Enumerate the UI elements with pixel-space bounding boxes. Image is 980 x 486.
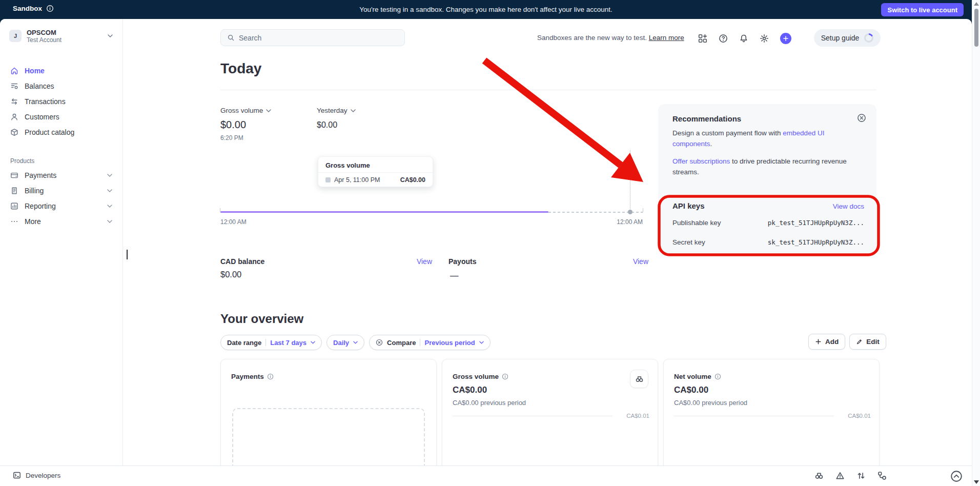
search-input[interactable] (239, 34, 398, 42)
setup-progress-ring (864, 33, 873, 43)
search-icon (227, 34, 235, 42)
edit-overview-button[interactable]: Edit (849, 334, 886, 350)
sidebar-item-label: Balances (25, 82, 54, 90)
product-catalog-icon (10, 128, 18, 136)
add-widget-button[interactable]: Add (808, 334, 845, 350)
inspect-binoculars-button[interactable] (630, 370, 648, 388)
card-value: CA$0.00 (674, 385, 708, 395)
app-surface: J OPSCOM Test Account Home Balances Tran… (0, 19, 972, 486)
cad-balance-label: CAD balance (220, 257, 264, 266)
billing-icon (10, 187, 18, 195)
chart-axis-label-start: 12:00 AM (220, 218, 247, 226)
info-icon[interactable] (46, 5, 54, 12)
card-title: Payments (231, 373, 264, 380)
apps-grid-icon[interactable] (698, 34, 707, 43)
balances-icon (10, 82, 18, 90)
publishable-key-value[interactable]: pk_test_51TJHUpRpUyN3Z... (768, 219, 864, 227)
vertical-scrollbar[interactable] (972, 0, 980, 486)
setup-guide-label: Setup guide (821, 34, 860, 42)
recommendation-item: Offer subscriptions to drive predictable… (672, 156, 857, 177)
yesterday-stat: Yesterday $0.00 (317, 107, 356, 130)
gross-volume-dropdown[interactable]: Gross volume (220, 107, 271, 114)
recommendation-item: Design a custom payment flow with embedd… (672, 128, 848, 149)
sidebar-item-customers[interactable]: Customers (4, 109, 118, 125)
overview-actions: Add Edit (808, 334, 886, 350)
stat-label-text: Gross volume (220, 107, 263, 114)
create-plus-button[interactable] (780, 33, 791, 44)
sidebar-products-nav: Payments Billing Reporting More (4, 168, 118, 229)
learn-more-link[interactable]: Learn more (649, 34, 684, 42)
compare-filter[interactable]: Compare Previous period (369, 335, 491, 350)
sidebar-item-transactions[interactable]: Transactions (4, 94, 118, 109)
developers-toggle[interactable]: Developers (13, 471, 60, 479)
add-button-label: Add (825, 338, 839, 346)
sidebar-item-label: Billing (25, 187, 44, 195)
scrollbar-thumb[interactable] (974, 9, 978, 47)
granularity-filter[interactable]: Daily (326, 335, 364, 350)
cad-balance-view-link[interactable]: View (410, 257, 432, 266)
edit-button-label: Edit (866, 338, 880, 346)
chevron-down-icon (107, 205, 112, 208)
date-range-label: Date range (227, 339, 261, 347)
notifications-bell-icon[interactable] (739, 34, 748, 43)
secret-key-label: Secret key (672, 238, 705, 246)
reporting-icon (10, 202, 18, 210)
collapse-panel-chevron-up-icon[interactable] (950, 470, 963, 482)
payouts-value: — (450, 271, 459, 280)
info-icon[interactable] (714, 373, 721, 380)
scrollbar-down-arrow[interactable] (974, 480, 979, 484)
view-docs-link[interactable]: View docs (833, 202, 864, 210)
sandbox-promo: Sandboxes are the new way to test. Learn… (537, 34, 684, 42)
offer-subscriptions-link[interactable]: Offer subscriptions (672, 157, 730, 165)
api-requests-arrows-icon[interactable] (856, 471, 866, 480)
tooltip-point-label: Apr 5, 11:00 PM (334, 176, 380, 184)
card-comparison: CA$0.00 previous period (453, 399, 526, 407)
chevron-down-icon (351, 109, 356, 112)
date-range-filter[interactable]: Date range Last 7 days (220, 335, 322, 350)
tooltip-point-value: CA$0.00 (400, 176, 425, 184)
settings-gear-icon[interactable] (760, 34, 769, 43)
account-switcher[interactable]: J OPSCOM Test Account (5, 25, 117, 47)
help-icon[interactable] (719, 34, 728, 43)
search-test-data-binoculars-icon[interactable] (814, 471, 824, 480)
yesterday-dropdown[interactable]: Yesterday (317, 107, 356, 114)
recommendations-title: Recommendations (672, 114, 741, 123)
close-icon[interactable] (857, 113, 866, 123)
search-box[interactable] (220, 29, 405, 46)
sidebar-item-label: Customers (25, 113, 59, 121)
info-icon[interactable] (267, 373, 274, 380)
sidebar-item-payments[interactable]: Payments (4, 168, 118, 183)
sidebar-item-product-catalog[interactable]: Product catalog (4, 125, 118, 140)
setup-guide-button[interactable]: Setup guide (814, 29, 881, 47)
account-name: OPSCOM (27, 29, 62, 36)
card-value: CA$0.00 (453, 385, 487, 395)
divider (220, 90, 876, 90)
chevron-down-icon (266, 109, 271, 112)
info-icon[interactable] (502, 373, 508, 380)
sidebar-item-balances[interactable]: Balances (4, 78, 118, 94)
header-icons (698, 33, 791, 44)
switch-to-live-account-button[interactable]: Switch to live account (881, 3, 964, 16)
divider (420, 339, 420, 346)
transactions-icon (10, 97, 18, 106)
errors-warning-icon[interactable] (835, 471, 845, 480)
sidebar-item-label: Home (25, 67, 45, 75)
sidebar-item-reporting[interactable]: Reporting (4, 198, 118, 214)
sidebar-item-more[interactable]: More (4, 214, 118, 229)
chart-hover-dot (628, 210, 632, 214)
sandbox-top-bar: Sandbox You're testing in a sandbox. Cha… (0, 0, 972, 19)
secret-key-value[interactable]: sk_test_51TJHUpRpUyN3Z... (768, 238, 864, 246)
chevron-down-icon (353, 341, 358, 344)
gross-volume-stat: Gross volume $0.00 6:20 PM (220, 107, 271, 141)
card-comparison: CA$0.00 previous period (674, 399, 747, 407)
payouts-view-link[interactable]: View (626, 257, 648, 266)
scrollbar-up-arrow[interactable] (974, 2, 979, 6)
sidebar-item-billing[interactable]: Billing (4, 183, 118, 198)
workflows-icon[interactable] (877, 471, 887, 480)
account-avatar: J (9, 30, 22, 42)
plus-icon (815, 338, 822, 345)
sidebar-item-home[interactable]: Home (4, 63, 118, 78)
remove-compare-icon[interactable] (376, 339, 383, 346)
payouts-label: Payouts (448, 257, 476, 266)
developers-bottom-bar: Developers (0, 465, 972, 486)
